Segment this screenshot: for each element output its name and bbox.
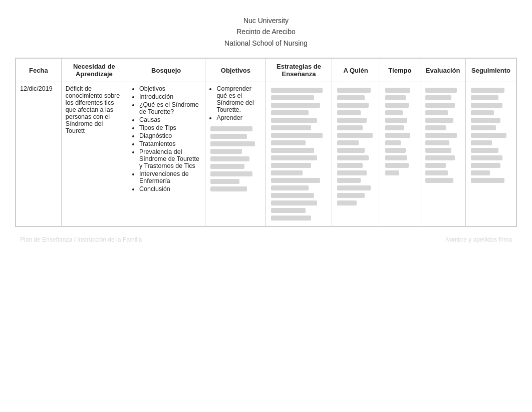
campus-name: Recinto de Arecibo: [0, 26, 532, 37]
university-name: Nuc University: [0, 15, 532, 26]
col-header-tiempo: Tiempo: [380, 59, 420, 82]
teaching-plan-table: Fecha Necesidad de Aprendizaje Bosquejo …: [16, 58, 516, 227]
col-header-necesidad: Necesidad de Aprendizaje: [61, 59, 127, 82]
list-item: Aprender: [216, 114, 261, 121]
blurred-objetivos: [209, 126, 261, 191]
cell-aquien: [332, 82, 380, 227]
blurred-seguimiento: [470, 88, 512, 183]
main-table-wrapper: Fecha Necesidad de Aprendizaje Bosquejo …: [15, 58, 517, 227]
cell-tiempo: [380, 82, 420, 227]
blurred-tiempo: [384, 88, 416, 175]
col-header-estrategias: Estrategias de Enseñanza: [266, 59, 332, 82]
list-item: Introducción: [139, 93, 201, 100]
list-item: Tipos de Tips: [139, 124, 201, 131]
page-footer: Plan de Enseñanza / Instrucción de la Fa…: [0, 236, 532, 243]
list-item: ¿Qué es el Síndrome de Tourette?: [139, 101, 201, 115]
col-header-bosquejo: Bosquejo: [127, 59, 205, 82]
list-item: Conclusión: [139, 185, 201, 192]
blurred-aquien: [336, 88, 376, 205]
table-header-row: Fecha Necesidad de Aprendizaje Bosquejo …: [16, 59, 516, 82]
footer-right-text: Nombre y apellidos firma: [445, 236, 512, 243]
list-item: Intervenciones de Enfermería: [139, 170, 201, 184]
col-header-aquien: A Quién: [332, 59, 380, 82]
list-item: Objetivos: [139, 85, 201, 92]
list-item: Tratamientos: [139, 140, 201, 147]
col-header-fecha: Fecha: [16, 59, 62, 82]
blurred-estrategias: [270, 88, 327, 221]
list-item: Prevalencia del Síndrome de Tourette y T…: [139, 148, 201, 169]
col-header-evaluacion: Evaluación: [420, 59, 466, 82]
cell-fecha: 12/dic/2019: [16, 82, 62, 227]
school-name: National School of Nursing: [0, 38, 532, 49]
col-header-seguimiento: Seguimiento: [466, 59, 516, 82]
cell-necesidad: Déficit de conocimiento sobre los difere…: [61, 82, 127, 227]
bosquejo-list: Objetivos Introducción ¿Qué es el Síndro…: [131, 85, 201, 192]
cell-estrategias: [266, 82, 332, 227]
footer-left-text: Plan de Enseñanza / Instrucción de la Fa…: [20, 236, 142, 243]
list-item: Diagnóstico: [139, 132, 201, 139]
blurred-evaluacion: [424, 88, 461, 183]
table-row: 12/dic/2019 Déficit de conocimiento sobr…: [16, 82, 516, 227]
cell-seguimiento: [466, 82, 516, 227]
list-item: Causas: [139, 116, 201, 123]
necesidad-text: Déficit de conocimiento sobre los difere…: [66, 85, 120, 134]
cell-evaluacion: [420, 82, 466, 227]
list-item: Comprender qué es el Síndrome del Touret…: [216, 85, 261, 113]
objetivos-list: Comprender qué es el Síndrome del Touret…: [209, 85, 261, 121]
cell-objetivos: Comprender qué es el Síndrome del Touret…: [205, 82, 266, 227]
fecha-value: 12/dic/2019: [20, 85, 53, 92]
cell-bosquejo: Objetivos Introducción ¿Qué es el Síndro…: [127, 82, 205, 227]
col-header-objetivos: Objetivos: [205, 59, 266, 82]
page-header: Nuc University Recinto de Arecibo Nation…: [0, 0, 532, 58]
